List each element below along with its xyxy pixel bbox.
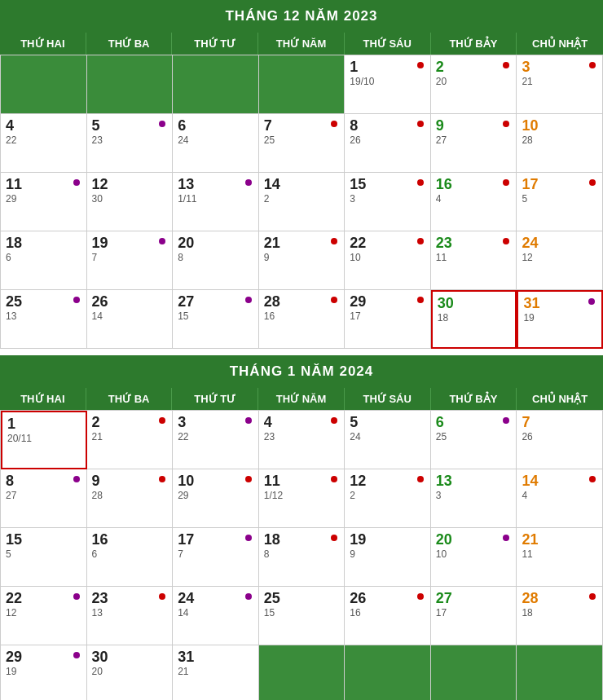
cell-4-0: 2513 <box>1 290 87 349</box>
cell-4-6 <box>517 645 603 700</box>
cell-lunar: 23 <box>264 431 340 442</box>
cell-day: 29 <box>6 649 81 664</box>
cell-2-3: 142 <box>259 173 346 231</box>
cell-3-0: 186 <box>1 231 87 290</box>
cell-lunar: 13 <box>6 310 81 322</box>
cell-1-3: 725 <box>259 114 346 173</box>
cell-lunar: 27 <box>6 490 81 501</box>
cell-day: 9 <box>92 473 168 488</box>
cell-lunar: 18 <box>522 607 597 619</box>
cell-lunar: 22 <box>178 431 253 442</box>
cell-3-4: 2210 <box>345 231 431 290</box>
cell-dot <box>588 298 595 305</box>
cell-day: 2 <box>92 415 168 429</box>
cell-3-3: 219 <box>259 231 346 290</box>
cell-lunar: 24 <box>350 431 425 442</box>
cell-lunar: 19 <box>6 666 81 677</box>
cell-1-3: 111/12 <box>259 469 346 528</box>
cell-day: 8 <box>350 118 425 133</box>
cell-day: 6 <box>436 415 512 429</box>
cell-dot <box>417 62 424 68</box>
cell-3-2: 2414 <box>173 587 259 645</box>
cell-lunar: 21 <box>92 431 168 442</box>
cell-day: 16 <box>436 177 512 192</box>
cell-lunar: 14 <box>178 607 253 619</box>
cell-day: 3 <box>178 415 253 429</box>
cell-day: 5 <box>350 415 425 429</box>
cell-day: 23 <box>436 236 512 250</box>
cell-lunar: 21 <box>178 666 253 677</box>
cell-lunar: 10 <box>350 252 425 263</box>
cell-dot <box>589 62 596 68</box>
cell-day: 19 <box>92 236 168 250</box>
cell-lunar: 4 <box>522 490 597 501</box>
cell-3-1: 197 <box>87 231 174 290</box>
cell-day: 5 <box>92 118 168 133</box>
cell-day: 17 <box>522 177 597 192</box>
cell-0-2 <box>173 55 259 114</box>
cell-lunar: 1/11 <box>178 193 253 205</box>
month-header-0: THÁNG 12 NĂM 2023 <box>0 0 603 33</box>
cell-1-2: 1029 <box>173 469 259 528</box>
cell-lunar: 12 <box>522 252 597 263</box>
calendar-grid-0: 119/102203214225236247258269271028112912… <box>0 55 603 349</box>
cell-1-6: 144 <box>517 469 603 528</box>
cell-day: 31 <box>523 296 596 310</box>
cell-lunar: 12 <box>6 607 81 619</box>
cell-1-1: 523 <box>87 114 174 173</box>
day-header-3: THỨ NĂM <box>258 33 345 55</box>
day-header-0: THỨ HAI <box>0 33 86 55</box>
cell-0-0: 120/11 <box>1 411 87 469</box>
cell-dot <box>417 179 424 186</box>
cell-1-0: 827 <box>1 469 87 528</box>
cell-dot <box>245 417 252 424</box>
cell-2-2: 131/11 <box>173 173 259 231</box>
cell-day: 13 <box>178 177 253 192</box>
cell-lunar: 6 <box>6 252 81 263</box>
cell-2-1: 166 <box>87 528 174 587</box>
cell-4-3: 2816 <box>259 290 346 349</box>
cell-dot <box>417 476 424 482</box>
cell-4-6: 3119 <box>517 290 603 349</box>
cell-dot <box>73 179 80 186</box>
cell-1-1: 928 <box>87 469 174 528</box>
cell-lunar: 2 <box>350 490 425 501</box>
cell-dot <box>417 121 424 127</box>
cell-day: 30 <box>92 649 168 664</box>
cell-4-3 <box>259 645 346 700</box>
cell-2-4: 199 <box>345 528 431 587</box>
cell-0-6: 321 <box>517 55 603 114</box>
cell-0-2: 322 <box>173 411 259 469</box>
cell-day: 25 <box>264 591 340 605</box>
cell-day: 11 <box>264 473 340 488</box>
calendar-wrapper: THÁNG 12 NĂM 2023THỨ HAITHỨ BATHỨ TƯTHỨ … <box>0 0 603 700</box>
day-header-1: THỨ BA <box>86 388 173 410</box>
cell-day: 2 <box>436 59 512 74</box>
cell-day: 17 <box>178 532 253 547</box>
cell-lunar: 29 <box>6 193 81 205</box>
cell-day: 15 <box>350 177 425 192</box>
cell-day: 10 <box>178 473 253 488</box>
day-header-4: THỨ SÁU <box>345 33 431 55</box>
cell-day: 31 <box>178 649 253 664</box>
cell-lunar: 24 <box>178 134 253 146</box>
cell-day: 22 <box>6 591 81 605</box>
cell-dot <box>245 593 252 600</box>
cell-lunar: 20/11 <box>7 433 81 444</box>
day-header-4: THỨ SÁU <box>345 388 431 410</box>
cell-lunar: 10 <box>436 548 512 560</box>
cell-1-4: 826 <box>345 114 431 173</box>
cell-day: 26 <box>350 591 425 605</box>
cell-day: 4 <box>6 118 81 133</box>
cell-day: 22 <box>350 236 425 250</box>
cell-lunar: 20 <box>92 666 168 677</box>
cell-lunar: 9 <box>264 252 340 263</box>
cell-day: 8 <box>6 473 81 488</box>
cell-0-1 <box>87 55 174 114</box>
cell-day: 30 <box>438 296 511 310</box>
day-header-2: THỨ TƯ <box>172 33 258 55</box>
cell-lunar: 28 <box>92 490 168 501</box>
cell-lunar: 15 <box>178 310 253 322</box>
cell-2-3: 188 <box>259 528 346 587</box>
cell-lunar: 4 <box>436 193 512 205</box>
